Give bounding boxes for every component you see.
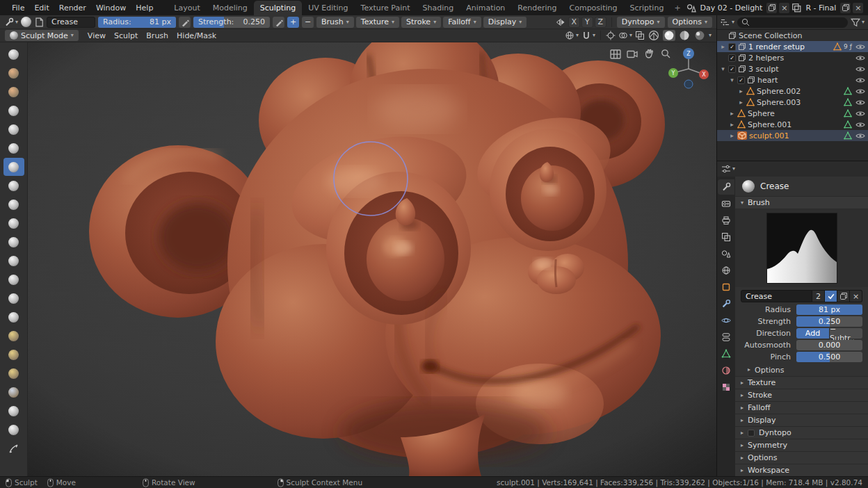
dyntopo-checkbox[interactable] <box>748 430 755 437</box>
header-menu-falloff[interactable]: Falloff ▾ <box>443 17 481 28</box>
transform-orientation-dropdown[interactable]: ▾ <box>565 31 579 40</box>
mirror-axis-y-toggle[interactable]: Y <box>581 17 593 28</box>
properties-tab-physics[interactable] <box>718 313 734 328</box>
mesh-object-icon[interactable] <box>746 87 755 95</box>
hide-in-viewport-toggle[interactable] <box>855 111 865 117</box>
outliner-filter-icon[interactable]: ▾ <box>851 17 865 27</box>
outliner-search-input[interactable] <box>737 17 848 28</box>
expand-arrow[interactable]: ▾ <box>720 65 726 72</box>
mesh-data-icon[interactable] <box>844 109 852 117</box>
radius-pressure-toggle[interactable] <box>179 17 191 28</box>
menu-edit[interactable]: Edit <box>29 2 54 14</box>
tool-elastic-deform-button[interactable] <box>3 289 24 307</box>
outliner-row-1-render-setup[interactable]: ▸✓1 render setup9ƒ <box>717 41 868 52</box>
brush-thumbnail-icon[interactable] <box>21 17 31 27</box>
new-brush-button[interactable] <box>837 290 850 302</box>
tool-thumb-button[interactable] <box>3 327 24 345</box>
tool-layer-button[interactable] <box>3 101 24 120</box>
mesh-data-icon[interactable] <box>844 131 852 140</box>
properties-tab-view-layer[interactable] <box>718 229 734 245</box>
mesh-object-icon[interactable] <box>746 98 755 106</box>
panel-section-options[interactable]: ▸Options <box>735 451 868 464</box>
outliner-row-sphere[interactable]: ▸Sphere <box>717 108 868 119</box>
tool-flatten-button[interactable] <box>3 195 24 213</box>
outliner-row-sphere-001[interactable]: ▸Sphere.001 <box>717 119 868 130</box>
strength-slider[interactable]: Strength: 0.250 <box>193 17 270 28</box>
brush-preview-image[interactable] <box>766 213 837 284</box>
collection-icon[interactable] <box>738 42 746 51</box>
workspace-tab-texture-paint[interactable]: Texture Paint <box>355 1 417 15</box>
properties-tab-object-data[interactable] <box>718 346 734 361</box>
workspace-tab-uv-editing[interactable]: UV Editing <box>302 1 354 15</box>
mode-selector[interactable]: Sculpt Mode▾ <box>5 30 79 41</box>
brush-options-subpanel[interactable]: ▸Options <box>735 364 868 376</box>
tool-draw-button[interactable] <box>3 45 24 63</box>
collection-checkbox[interactable]: ✓ <box>737 76 745 84</box>
panel-section-display[interactable]: ▸Display <box>735 414 868 426</box>
mesh-count-icon[interactable] <box>833 42 842 51</box>
autosmooth-slider[interactable]: 0.000 <box>796 340 862 350</box>
snapping-magnet-icon[interactable]: ▾ <box>581 31 595 40</box>
viewport-canvas[interactable]: Z X Y <box>28 42 716 476</box>
direction-subtract-button[interactable]: − Subtr.. <box>830 328 862 339</box>
tool-rotate-button[interactable] <box>3 383 24 401</box>
viewport-menu-brush[interactable]: Brush <box>143 31 172 41</box>
tool-grab-button[interactable] <box>3 270 24 288</box>
properties-tab-world[interactable] <box>718 263 734 278</box>
menu-window[interactable]: Window <box>91 2 131 14</box>
workspace-tab-sculpting[interactable]: Sculpting <box>254 1 302 15</box>
tool-nudge-button[interactable] <box>3 364 24 382</box>
tool-dropdown-icon[interactable]: ▾ <box>4 17 18 27</box>
tool-clay-strips-button[interactable] <box>3 83 24 101</box>
mesh-object-icon[interactable] <box>737 109 746 117</box>
outliner-row-sculpt-001[interactable]: ▸sculpt.001 <box>717 130 868 141</box>
properties-tab-material[interactable] <box>718 363 734 378</box>
radius-slider[interactable]: Radius: 81 px <box>98 17 176 28</box>
header-menu-display[interactable]: Display ▾ <box>483 17 527 28</box>
tool-fill-button[interactable] <box>3 214 24 232</box>
add-workspace-button[interactable]: + <box>670 1 684 15</box>
hide-in-viewport-toggle[interactable] <box>855 122 865 128</box>
workspace-tab-rendering[interactable]: Rendering <box>511 1 563 15</box>
mesh-object-icon[interactable] <box>737 120 746 129</box>
collection-checkbox[interactable]: ✓ <box>728 54 736 62</box>
viewport-menu-view[interactable]: View <box>84 31 109 41</box>
gizmos-toggle-icon[interactable] <box>606 31 616 40</box>
editor-type-properties-icon[interactable]: ▾ <box>721 164 735 174</box>
header-menu-stroke[interactable]: Stroke ▾ <box>401 17 441 28</box>
direction-subtract-toggle[interactable]: − <box>302 17 314 28</box>
mirror-axis-x-toggle[interactable]: X <box>568 17 580 28</box>
hide-in-viewport-toggle[interactable] <box>855 133 865 139</box>
workspace-tab-layout[interactable]: Layout <box>168 1 206 15</box>
tool-blob-button[interactable] <box>3 139 24 157</box>
workspace-tab-scripting[interactable]: Scripting <box>623 1 670 15</box>
outliner-row-scene-collection[interactable]: Scene Collection <box>717 30 868 41</box>
properties-tab-constraints[interactable] <box>718 330 734 345</box>
tool-crease-button[interactable] <box>3 158 24 176</box>
header-menu-brush[interactable]: Brush ▾ <box>316 17 354 28</box>
tool-clay-button[interactable] <box>3 64 24 82</box>
expand-arrow[interactable]: ▾ <box>729 76 735 83</box>
expand-arrow[interactable]: ▸ <box>729 121 735 128</box>
dyntopo-dropdown[interactable]: Dyntopo▾ <box>617 17 665 28</box>
collection-icon[interactable] <box>738 54 746 62</box>
outliner-row-sphere-003[interactable]: ▸Sphere.003 <box>717 97 868 108</box>
hide-in-viewport-toggle[interactable] <box>855 55 865 61</box>
properties-tab-object[interactable] <box>718 279 734 295</box>
outliner-row-heart[interactable]: ▾✓heart <box>717 74 868 86</box>
hide-in-viewport-toggle[interactable] <box>855 44 865 50</box>
properties-tab-modifiers[interactable] <box>718 296 734 311</box>
workspace-tab-shading[interactable]: Shading <box>417 1 460 15</box>
collection-icon[interactable] <box>747 76 755 84</box>
remove-view-layer-button[interactable]: × <box>853 3 863 13</box>
panel-section-dyntopo[interactable]: ▸Dyntopo <box>735 426 868 439</box>
strength-slider[interactable]: 0.250 <box>796 316 862 327</box>
tool-pose-button[interactable] <box>3 345 24 364</box>
workspace-tab-animation[interactable]: Animation <box>460 1 511 15</box>
tool-scrape-button[interactable] <box>3 233 24 251</box>
tool-mask-button[interactable] <box>3 421 24 439</box>
shading-rendered-button[interactable] <box>693 30 706 41</box>
mesh-data-icon[interactable] <box>844 120 852 129</box>
brush-name-input[interactable]: Crease <box>741 290 812 302</box>
panel-section-falloff[interactable]: ▸Falloff <box>735 401 868 414</box>
